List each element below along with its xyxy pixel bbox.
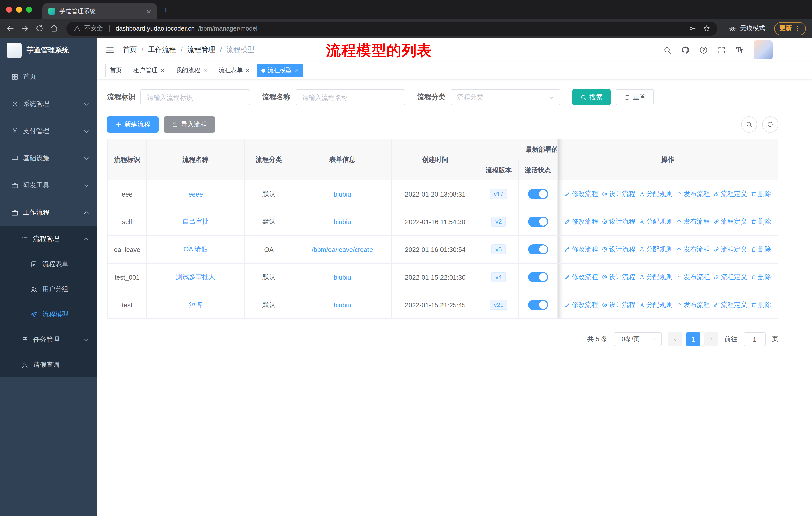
form-info-link[interactable]: biubiu: [334, 273, 351, 281]
tab-close-icon[interactable]: ×: [144, 7, 153, 15]
github-icon[interactable]: [681, 46, 690, 54]
action-design-link[interactable]: 设计流程: [602, 189, 635, 198]
view-tag[interactable]: 租户管理×: [129, 64, 169, 77]
view-tag[interactable]: 流程表单×: [214, 64, 254, 77]
process-name-link[interactable]: OA 请假: [183, 245, 207, 253]
process-name-input[interactable]: [295, 89, 405, 105]
active-toggle[interactable]: [528, 272, 548, 282]
sidebar-item-system[interactable]: 系统管理: [0, 90, 97, 117]
view-tag[interactable]: 我的流程×: [171, 64, 211, 77]
new-tab-button[interactable]: +: [163, 5, 169, 15]
app-logo[interactable]: 芋道管理系统: [0, 38, 97, 63]
action-link-link[interactable]: 流程定义: [713, 273, 747, 282]
process-name-link[interactable]: 测试多审批人: [176, 273, 215, 281]
action-design-link[interactable]: 设计流程: [602, 273, 635, 282]
sidebar-item-process-manage[interactable]: 流程管理: [0, 226, 97, 251]
browser-tab[interactable]: 芋道管理系统 ×: [42, 3, 157, 19]
action-edit-link[interactable]: 修改流程: [564, 217, 598, 226]
action-publish-link[interactable]: 发布流程: [676, 189, 710, 198]
action-edit-link[interactable]: 修改流程: [564, 189, 598, 198]
action-design-link[interactable]: 设计流程: [602, 217, 635, 226]
action-trash-link[interactable]: 删除: [751, 273, 771, 282]
sidebar-item-task-manage[interactable]: 任务管理: [0, 327, 97, 352]
form-info-link[interactable]: biubiu: [334, 218, 351, 225]
action-user-link[interactable]: 分配规则: [639, 273, 672, 282]
password-key-icon[interactable]: [689, 25, 696, 32]
fullscreen-icon[interactable]: [717, 46, 726, 54]
action-link-link[interactable]: 流程定义: [713, 217, 747, 226]
action-publish-link[interactable]: 发布流程: [676, 300, 710, 309]
home-icon[interactable]: [50, 24, 58, 33]
action-edit-link[interactable]: 修改流程: [564, 245, 598, 254]
action-design-link[interactable]: 设计流程: [602, 245, 635, 254]
fullscreen-window-button[interactable]: [26, 6, 32, 12]
close-icon[interactable]: ×: [203, 67, 207, 74]
active-toggle[interactable]: [528, 244, 548, 254]
prev-page-button[interactable]: [668, 332, 682, 346]
action-trash-link[interactable]: 删除: [751, 217, 771, 226]
process-name-link[interactable]: 自己审批: [182, 218, 209, 225]
action-user-link[interactable]: 分配规则: [639, 245, 672, 254]
category-select[interactable]: 流程分类: [451, 89, 560, 105]
sidebar-item-user-group[interactable]: 用户分组: [0, 277, 97, 302]
kebab-menu-icon[interactable]: [794, 25, 801, 32]
sidebar-item-workflow[interactable]: 工作流程: [0, 199, 97, 226]
sidebar-item-devtools[interactable]: 研发工具: [0, 172, 97, 199]
address-bar[interactable]: 不安全 dashboard.yudao.iocoder.cn /bpm/mana…: [66, 21, 717, 35]
sidebar-item-process-model[interactable]: 流程模型: [0, 302, 97, 327]
view-tag[interactable]: 流程模型×: [257, 64, 303, 77]
next-page-button[interactable]: [704, 332, 718, 346]
sidebar-item-infra[interactable]: 基础设施: [0, 145, 97, 172]
help-icon[interactable]: [699, 46, 708, 54]
form-info-link[interactable]: /bpm/oa/leave/create: [312, 246, 373, 253]
sidebar-item-process-form[interactable]: 流程表单: [0, 251, 97, 277]
action-user-link[interactable]: 分配规则: [639, 300, 672, 309]
breadcrumb-item[interactable]: 首页: [123, 45, 137, 54]
action-link-link[interactable]: 流程定义: [713, 245, 747, 254]
sidebar-item-payment[interactable]: 支付管理: [0, 117, 97, 145]
action-trash-link[interactable]: 删除: [751, 300, 771, 309]
process-id-input[interactable]: [141, 89, 250, 105]
breadcrumb-item[interactable]: 流程管理: [187, 45, 215, 54]
back-icon[interactable]: [6, 24, 14, 33]
action-link-link[interactable]: 流程定义: [713, 300, 747, 309]
refresh-table-button[interactable]: [762, 116, 778, 133]
security-warning-icon[interactable]: [74, 25, 81, 32]
breadcrumb-item[interactable]: 工作流程: [148, 45, 176, 54]
view-tag[interactable]: 首页: [105, 64, 126, 77]
action-edit-link[interactable]: 修改流程: [564, 300, 598, 309]
browser-update-button[interactable]: 更新: [774, 22, 806, 35]
action-publish-link[interactable]: 发布流程: [676, 245, 710, 254]
active-toggle[interactable]: [528, 300, 548, 310]
page-size-select[interactable]: 10条/页: [614, 332, 662, 346]
goto-page-input[interactable]: [744, 332, 766, 346]
minimize-window-button[interactable]: [16, 6, 22, 12]
action-edit-link[interactable]: 修改流程: [564, 273, 598, 282]
action-trash-link[interactable]: 删除: [751, 245, 771, 254]
close-icon[interactable]: ×: [295, 67, 299, 74]
reload-icon[interactable]: [35, 24, 44, 33]
forward-icon[interactable]: [21, 24, 29, 33]
action-user-link[interactable]: 分配规则: [639, 217, 672, 226]
close-window-button[interactable]: [6, 6, 12, 12]
active-toggle[interactable]: [528, 189, 548, 199]
action-link-link[interactable]: 流程定义: [713, 189, 747, 198]
reset-button[interactable]: 重置: [616, 89, 654, 105]
create-process-button[interactable]: 新建流程: [107, 116, 158, 133]
process-name-link[interactable]: eeee: [188, 190, 203, 198]
search-button[interactable]: 搜索: [572, 89, 611, 105]
toggle-search-button[interactable]: [741, 116, 757, 133]
action-trash-link[interactable]: 删除: [751, 189, 771, 198]
action-publish-link[interactable]: 发布流程: [676, 273, 710, 282]
form-info-link[interactable]: biubiu: [334, 190, 351, 198]
active-toggle[interactable]: [528, 217, 548, 227]
current-page-button[interactable]: 1: [686, 332, 700, 346]
form-info-link[interactable]: biubiu: [334, 301, 351, 309]
action-user-link[interactable]: 分配规则: [639, 189, 672, 198]
close-icon[interactable]: ×: [246, 67, 250, 74]
security-label[interactable]: 不安全: [84, 24, 103, 33]
sidebar-item-leave-query[interactable]: 请假查询: [0, 352, 97, 377]
close-icon[interactable]: ×: [161, 67, 164, 74]
bookmark-star-icon[interactable]: [703, 25, 710, 32]
font-size-icon[interactable]: [735, 46, 744, 54]
